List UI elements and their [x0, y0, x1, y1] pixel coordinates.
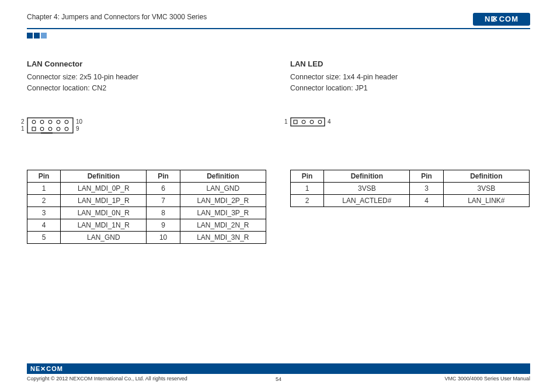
pin-label: 1	[284, 118, 288, 125]
cell-pin: 6	[147, 182, 180, 194]
connector-location: Connector location: JP1	[290, 83, 530, 94]
svg-point-5	[40, 120, 44, 124]
col-def: Definition	[61, 170, 147, 182]
pin-label: 10	[76, 118, 82, 125]
cell-def: LAN_MDI_3P_R	[180, 206, 266, 219]
connector-diagram-2x5: 2 1 10 9	[27, 117, 76, 136]
svg-point-17	[302, 120, 305, 124]
col-def: Definition	[324, 170, 410, 182]
table-row: 3 LAN_MDI_0N_R 8 LAN_MDI_3P_R	[27, 206, 266, 219]
table-row: 1 3VSB 3 3VSB	[291, 182, 530, 194]
chapter-title: Chapter 4: Jumpers and Connectors for VM…	[27, 13, 207, 21]
pin-label: 2	[21, 118, 25, 125]
square-icon	[27, 33, 33, 38]
col-pin: Pin	[410, 170, 443, 182]
col-def: Definition	[180, 170, 266, 182]
table-row: 1 LAN_MDI_0P_R 6 LAN_GND	[27, 182, 266, 194]
col-def: Definition	[443, 170, 529, 182]
cell-pin: 3	[27, 206, 61, 219]
cell-def: LAN_MDI_0P_R	[61, 182, 147, 194]
header-2x5-icon	[27, 117, 76, 135]
header-bar: Chapter 4: Jumpers and Connectors for VM…	[27, 13, 530, 29]
nexcom-logo-icon: NE✕COM	[30, 365, 75, 373]
pin-label: 9	[76, 125, 79, 132]
pin-label: 4	[328, 118, 331, 125]
cell-def: LAN_GND	[180, 182, 266, 194]
header-1x4-icon	[290, 117, 328, 128]
cell-pin: 2	[27, 194, 61, 206]
decor-squares	[27, 33, 530, 38]
lan-connector-table: Pin Definition Pin Definition 1 LAN_MDI_…	[27, 170, 266, 244]
cell-pin: 7	[147, 194, 180, 206]
svg-point-6	[48, 120, 52, 124]
cell-pin: 1	[291, 182, 324, 194]
svg-rect-9	[32, 127, 36, 131]
brand-logo-top: NE COM ✕	[473, 13, 530, 26]
svg-text:NE COM: NE COM	[485, 15, 518, 23]
cell-def: LAN_ACTLED#	[324, 194, 410, 206]
cell-def: LAN_MDI_2P_R	[180, 194, 266, 206]
nexcom-logo-icon: NE COM ✕	[473, 13, 530, 26]
pin-label: 1	[21, 125, 25, 132]
cell-def: LAN_GND	[61, 231, 147, 243]
table-row: 2 LAN_ACTLED# 4 LAN_LINK#	[291, 194, 530, 206]
cell-pin: 1	[27, 182, 61, 194]
lan-led-section: LAN LED Connector size: 1x4 4-pin header…	[290, 60, 530, 244]
cell-def: 3VSB	[324, 182, 410, 194]
table-row: 2 LAN_MDI_1P_R 7 LAN_MDI_2P_R	[27, 194, 266, 206]
svg-point-7	[57, 120, 60, 124]
table-header-row: Pin Definition Pin Definition	[291, 170, 530, 182]
svg-point-13	[65, 127, 68, 131]
cell-pin: 2	[291, 194, 324, 206]
square-icon	[34, 33, 40, 38]
cell-pin: 4	[410, 194, 443, 206]
cell-def: LAN_MDI_2N_R	[180, 219, 266, 231]
svg-text:NE✕COM: NE✕COM	[30, 365, 63, 372]
cell-def: LAN_MDI_1P_R	[61, 194, 147, 206]
svg-rect-16	[294, 120, 297, 124]
svg-point-10	[40, 127, 44, 131]
cell-pin: 4	[27, 219, 61, 231]
section-title: LAN LED	[290, 60, 530, 68]
connector-location: Connector location: CN2	[27, 83, 267, 94]
footer-brand-bar: NE✕COM	[27, 363, 530, 374]
svg-rect-15	[291, 118, 325, 126]
cell-def: LAN_MDI_0N_R	[61, 206, 147, 219]
cell-def: 3VSB	[443, 182, 529, 194]
cell-pin: 9	[147, 219, 180, 231]
footer: NE✕COM Copyright © 2012 NEXCOM Internati…	[27, 363, 530, 382]
svg-point-4	[32, 120, 36, 124]
cell-def: LAN_MDI_3N_R	[180, 231, 266, 243]
svg-point-18	[310, 120, 314, 124]
svg-text:✕: ✕	[492, 15, 498, 23]
section-title: LAN Connector	[27, 60, 267, 68]
table-row: 4 LAN_MDI_1N_R 9 LAN_MDI_2N_R	[27, 219, 266, 231]
svg-point-11	[48, 127, 52, 131]
svg-point-12	[57, 127, 60, 131]
svg-point-19	[318, 120, 322, 124]
cell-pin: 10	[147, 231, 180, 243]
svg-point-8	[65, 120, 68, 124]
col-pin: Pin	[291, 170, 324, 182]
table-row: 5 LAN_GND 10 LAN_MDI_3N_R	[27, 231, 266, 243]
lan-connector-section: LAN Connector Connector size: 2x5 10-pin…	[27, 60, 267, 244]
cell-pin: 3	[410, 182, 443, 194]
footer-page-number: 54	[27, 376, 530, 382]
lan-led-table: Pin Definition Pin Definition 1 3VSB 3 3…	[290, 170, 530, 207]
cell-def: LAN_LINK#	[443, 194, 529, 206]
cell-pin: 8	[147, 206, 180, 219]
connector-diagram-1x4: 1 4	[290, 117, 328, 130]
square-icon	[41, 33, 47, 38]
connector-size: Connector size: 2x5 10-pin header	[27, 72, 267, 83]
col-pin: Pin	[147, 170, 180, 182]
col-pin: Pin	[27, 170, 61, 182]
cell-pin: 5	[27, 231, 61, 243]
table-header-row: Pin Definition Pin Definition	[27, 170, 266, 182]
cell-def: LAN_MDI_1N_R	[61, 219, 147, 231]
connector-size: Connector size: 1x4 4-pin header	[290, 72, 530, 83]
